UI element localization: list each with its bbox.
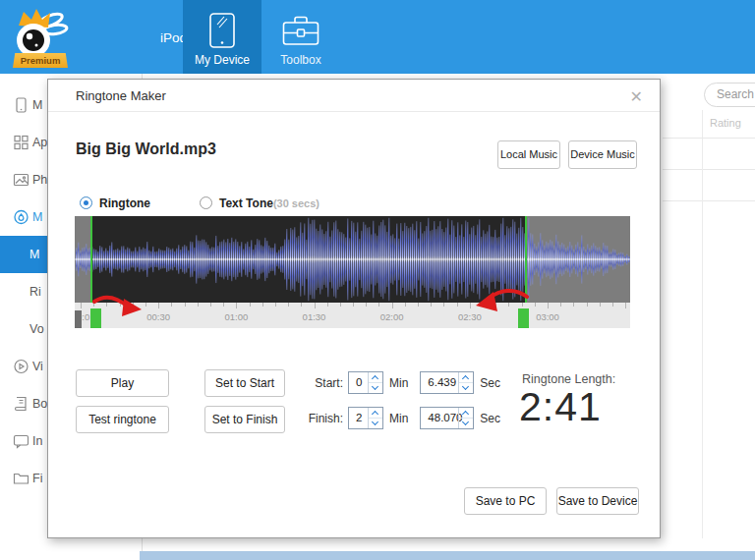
text-tone-radio-label[interactable]: Text Tone(30 secs) <box>219 196 319 210</box>
spin-up-icon[interactable] <box>369 408 382 419</box>
close-icon[interactable]: ✕ <box>625 85 648 108</box>
ringtone-radio[interactable] <box>80 196 92 209</box>
timeline-tick <box>133 303 134 307</box>
timeline-tick <box>548 303 549 308</box>
timeline-tick <box>275 303 276 307</box>
timeline-label: 00:30 <box>146 311 170 322</box>
timeline-tick <box>185 303 186 307</box>
spin-down-icon[interactable] <box>459 419 473 428</box>
timeline-tick <box>315 303 316 308</box>
timeline-tick <box>443 303 444 307</box>
timeline-tick <box>612 303 613 307</box>
ringtone-radio-label[interactable]: Ringtone <box>99 196 150 210</box>
selection-start-line[interactable] <box>90 216 92 303</box>
text-tone-radio[interactable] <box>200 196 212 209</box>
playhead-marker[interactable] <box>75 310 82 328</box>
selection-end-handle[interactable] <box>518 308 529 328</box>
videos-icon <box>13 359 29 375</box>
selection-start-handle[interactable] <box>90 308 101 328</box>
start-label: Start: <box>294 376 343 390</box>
timeline-label: 02:00 <box>380 311 404 322</box>
timeline-tick <box>392 303 393 308</box>
timeline-tick <box>262 303 263 307</box>
main-tabs: My Device Toolbox <box>183 0 340 74</box>
start-sec-unit: Sec <box>480 376 500 390</box>
premium-badge: Premium <box>13 53 68 68</box>
audio-waveform <box>75 216 630 303</box>
timeline-tick <box>198 303 199 307</box>
books-icon <box>13 396 29 413</box>
test-ringtone-button[interactable]: Test ringtone <box>76 406 169 433</box>
timeline-tick <box>587 303 588 307</box>
timeline-tick <box>573 303 574 307</box>
tab-my-device[interactable]: My Device <box>183 0 261 74</box>
finish-min-value[interactable]: 2 <box>349 408 368 428</box>
start-min-stepper[interactable]: 0 <box>348 371 383 394</box>
timeline-tick <box>236 303 237 308</box>
timeline-tick <box>600 303 601 307</box>
rating-column-header[interactable]: Rating <box>710 117 741 129</box>
timeline-tick <box>145 303 146 307</box>
timeline-label: 03:00 <box>536 311 559 322</box>
dialog-title: Ringtone Maker <box>76 88 166 103</box>
finish-sec-value[interactable]: 48.070 <box>421 408 458 428</box>
spin-down-icon[interactable] <box>459 383 473 393</box>
files-icon <box>13 471 29 487</box>
timeline-tick <box>223 303 224 307</box>
set-to-start-button[interactable]: Set to Start <box>204 369 285 397</box>
start-time-row: Start: 0 Min 6.439 Sec <box>294 371 500 394</box>
spin-up-icon[interactable] <box>369 372 382 383</box>
play-button[interactable]: Play <box>76 369 169 397</box>
tone-type-radios: Ringtone Text Tone(30 secs) <box>80 196 319 210</box>
app-header: Premium iPod touch6▾ My Device Toolbox <box>0 0 755 74</box>
waveform-editor: 0:000:3001:0001:3002:0002:3003:00 <box>75 216 630 328</box>
apps-icon <box>13 135 29 151</box>
device-music-button[interactable]: Device Music <box>568 140 637 169</box>
spin-down-icon[interactable] <box>369 419 382 428</box>
device-icon <box>13 97 29 114</box>
finish-sec-stepper[interactable]: 48.070 <box>420 407 474 429</box>
timeline-tick <box>171 303 172 307</box>
media-icon <box>13 209 29 226</box>
timeline-label: 01:30 <box>303 311 326 322</box>
timeline-ruler[interactable]: 0:000:3001:0001:3002:0002:3003:00 <box>75 303 630 328</box>
start-sec-stepper[interactable]: 6.439 <box>420 371 474 394</box>
start-sec-value[interactable]: 6.439 <box>421 372 458 393</box>
finish-label: Finish: <box>294 412 343 425</box>
timeline-tick <box>353 303 354 307</box>
search-input[interactable]: Search M <box>704 83 755 107</box>
spin-up-icon[interactable] <box>459 408 473 419</box>
app-logo[interactable]: Premium <box>6 4 158 73</box>
finish-time-row: Finish: 2 Min 48.070 Sec <box>294 407 500 429</box>
text-tone-duration: (30 secs) <box>273 197 319 209</box>
timeline-tick <box>210 303 211 307</box>
timeline-tick <box>158 303 159 308</box>
start-min-value[interactable]: 0 <box>349 372 368 393</box>
timeline-tick <box>431 303 432 307</box>
my-device-icon <box>209 10 235 51</box>
finish-min-stepper[interactable]: 2 <box>348 407 383 429</box>
finish-sec-unit: Sec <box>480 412 500 425</box>
timeline-tick <box>120 303 121 307</box>
finish-min-unit: Min <box>389 412 408 425</box>
save-to-device-button[interactable]: Save to Device <box>556 487 639 515</box>
timeline-tick <box>457 303 458 307</box>
timeline-tick <box>81 303 82 308</box>
timeline-tick <box>625 303 626 308</box>
spin-down-icon[interactable] <box>369 383 382 393</box>
dialog-header: Ringtone Maker ✕ <box>48 80 660 112</box>
timeline-label: 01:00 <box>224 311 248 322</box>
messages-icon <box>13 433 29 450</box>
timeline-tick <box>106 303 107 307</box>
tab-toolbox[interactable]: Toolbox <box>261 0 340 74</box>
selection-end-line[interactable] <box>525 216 527 303</box>
set-to-finish-button[interactable]: Set to Finish <box>204 406 285 433</box>
save-to-pc-button[interactable]: Save to PC <box>464 487 547 515</box>
timeline-tick <box>483 303 484 307</box>
local-music-button[interactable]: Local Music <box>497 140 560 169</box>
waveform-display[interactable] <box>75 216 630 303</box>
timeline-tick <box>327 303 328 307</box>
timeline-tick <box>93 303 94 307</box>
timeline-tick <box>288 303 289 307</box>
spin-up-icon[interactable] <box>459 372 473 383</box>
